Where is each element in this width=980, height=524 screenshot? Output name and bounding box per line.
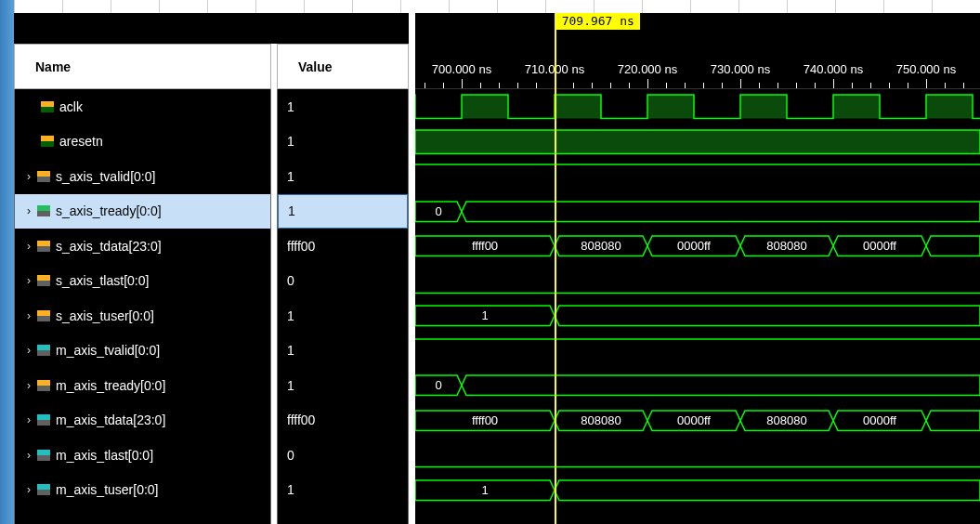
svg-rect-5 bbox=[833, 95, 880, 119]
svg-text:0000ff: 0000ff bbox=[677, 239, 711, 253]
waveform-row[interactable]: 0 bbox=[415, 194, 980, 229]
top-black-bar-left bbox=[14, 13, 409, 44]
column-splitter-2[interactable] bbox=[409, 44, 415, 524]
signal-row[interactable]: ›s_axis_tdata[23:0] bbox=[15, 229, 270, 264]
svg-marker-42 bbox=[555, 480, 980, 501]
svg-text:0000ff: 0000ff bbox=[863, 413, 896, 427]
signal-value-cell[interactable]: ffff00 bbox=[278, 229, 408, 264]
waveform-row[interactable]: ffff008080800000ff8080800000ff bbox=[415, 403, 980, 439]
signal-value-column: 1111ffff000111ffff0001 bbox=[277, 89, 409, 524]
bus-orange-icon bbox=[37, 171, 50, 182]
signal-row[interactable]: ›m_axis_tready[0:0] bbox=[15, 368, 270, 403]
expand-icon[interactable]: › bbox=[22, 413, 35, 426]
signal-value-cell[interactable]: 1 bbox=[278, 124, 408, 160]
svg-text:0: 0 bbox=[435, 204, 441, 218]
expand-icon[interactable]: › bbox=[22, 449, 35, 462]
svg-marker-11 bbox=[462, 202, 980, 222]
waveform-row[interactable] bbox=[415, 264, 980, 299]
expand-icon[interactable]: › bbox=[22, 483, 35, 496]
ruler-tick-label: 730.000 ns bbox=[711, 62, 770, 76]
bus-orange-icon bbox=[37, 380, 50, 391]
waveform-row[interactable]: 1 bbox=[415, 298, 980, 334]
expand-icon[interactable]: › bbox=[22, 170, 35, 183]
expand-icon[interactable]: › bbox=[22, 309, 35, 322]
signal-value-cell[interactable]: 0 bbox=[278, 438, 408, 473]
waveform-row[interactable] bbox=[415, 159, 980, 194]
svg-rect-1 bbox=[462, 95, 508, 119]
expand-icon[interactable]: › bbox=[22, 379, 35, 392]
waveform-row[interactable] bbox=[415, 334, 980, 369]
waveform-row[interactable] bbox=[415, 89, 980, 124]
signal-value-cell[interactable]: ffff00 bbox=[278, 403, 408, 439]
time-ruler[interactable]: 700.000 ns710.000 ns720.000 ns730.000 ns… bbox=[415, 44, 980, 89]
signal-row[interactable]: ›s_axis_tvalid[0:0] bbox=[15, 159, 270, 194]
waveform-area[interactable]: 700.000 ns710.000 ns720.000 ns730.000 ns… bbox=[415, 44, 980, 524]
bus-cyan-icon bbox=[37, 450, 50, 461]
signal-value-cell[interactable]: 1 bbox=[278, 368, 408, 403]
time-cursor[interactable] bbox=[555, 13, 556, 524]
signal-value-label: 1 bbox=[287, 343, 294, 358]
waveform-row[interactable] bbox=[415, 124, 980, 160]
signal-name-label: s_axis_tvalid[0:0] bbox=[56, 169, 155, 184]
signal-name-label: s_axis_tlast[0:0] bbox=[56, 273, 149, 288]
column-header-name[interactable]: Name bbox=[14, 44, 271, 89]
signal-value-cell[interactable]: 0 bbox=[278, 264, 408, 299]
signal-row[interactable]: ›m_axis_tlast[0:0] bbox=[15, 438, 270, 473]
waveform-row[interactable]: 0 bbox=[415, 368, 980, 403]
signal-name-label: m_axis_tuser[0:0] bbox=[56, 482, 159, 497]
waveform-row[interactable] bbox=[415, 438, 980, 473]
signal-value-label: ffff00 bbox=[287, 239, 315, 254]
signal-row[interactable]: aclk bbox=[15, 89, 270, 124]
waveform-row[interactable]: ffff008080800000ff8080800000ff bbox=[415, 229, 980, 264]
svg-text:ffff00: ffff00 bbox=[472, 239, 498, 253]
clock-icon bbox=[41, 101, 54, 112]
signal-row[interactable]: ›m_axis_tuser[0:0] bbox=[15, 473, 270, 508]
column-header-value[interactable]: Value bbox=[277, 44, 409, 89]
svg-rect-7 bbox=[415, 130, 980, 154]
signal-row[interactable]: ›m_axis_tvalid[0:0] bbox=[15, 334, 270, 369]
left-gutter bbox=[0, 0, 14, 524]
svg-text:808080: 808080 bbox=[766, 413, 806, 427]
svg-marker-25 bbox=[555, 306, 980, 326]
signal-value-label: 1 bbox=[287, 378, 294, 393]
svg-text:0000ff: 0000ff bbox=[677, 413, 711, 427]
expand-icon[interactable]: › bbox=[22, 240, 35, 253]
bus-orange-icon bbox=[37, 241, 50, 252]
bus-orange-icon bbox=[37, 310, 50, 321]
signal-value-label: 1 bbox=[288, 203, 295, 218]
svg-marker-39 bbox=[926, 411, 980, 431]
signal-value-cell[interactable]: 1 bbox=[278, 334, 408, 369]
signal-value-cell[interactable]: 1 bbox=[278, 89, 408, 124]
expand-icon[interactable]: › bbox=[22, 344, 35, 357]
svg-text:0: 0 bbox=[435, 378, 441, 392]
svg-marker-28 bbox=[462, 375, 980, 396]
signal-value-label: 1 bbox=[287, 482, 294, 497]
expand-icon[interactable]: › bbox=[22, 204, 35, 217]
signal-value-cell[interactable]: 1 bbox=[278, 298, 408, 334]
signal-row[interactable]: ›m_axis_tdata[23:0] bbox=[15, 403, 270, 439]
time-cursor-label: 709.967 ns bbox=[556, 13, 640, 30]
signal-value-cell[interactable]: 1 bbox=[278, 473, 408, 508]
signal-value-cell[interactable]: 1 bbox=[278, 194, 408, 229]
expand-icon[interactable]: › bbox=[22, 274, 35, 287]
signal-value-cell[interactable]: 1 bbox=[278, 159, 408, 194]
signal-row[interactable]: ›s_axis_tuser[0:0] bbox=[15, 298, 270, 334]
signal-name-label: aresetn bbox=[59, 134, 103, 149]
column-header-value-label: Value bbox=[298, 59, 333, 74]
clock-icon bbox=[41, 136, 54, 147]
signal-row[interactable]: ›s_axis_tready[0:0] bbox=[15, 194, 270, 229]
signal-row[interactable]: aresetn bbox=[15, 124, 270, 160]
signal-row[interactable]: ›s_axis_tlast[0:0] bbox=[15, 264, 270, 299]
svg-text:808080: 808080 bbox=[581, 413, 621, 427]
waveform-row[interactable]: 1 bbox=[415, 473, 980, 508]
top-ruler-strip bbox=[14, 0, 980, 13]
ruler-tick-label: 740.000 ns bbox=[804, 62, 863, 76]
signal-value-label: 1 bbox=[287, 169, 294, 184]
signal-name-label: m_axis_tdata[23:0] bbox=[56, 413, 165, 427]
signal-name-label: m_axis_tlast[0:0] bbox=[56, 448, 153, 463]
waveform-rows: 0ffff008080800000ff8080800000ff10ffff008… bbox=[415, 89, 980, 524]
bus-orange-icon bbox=[37, 275, 50, 286]
ruler-tick-label: 700.000 ns bbox=[432, 62, 491, 76]
signal-value-label: 0 bbox=[287, 448, 294, 463]
bus-cyan-icon bbox=[37, 345, 50, 356]
